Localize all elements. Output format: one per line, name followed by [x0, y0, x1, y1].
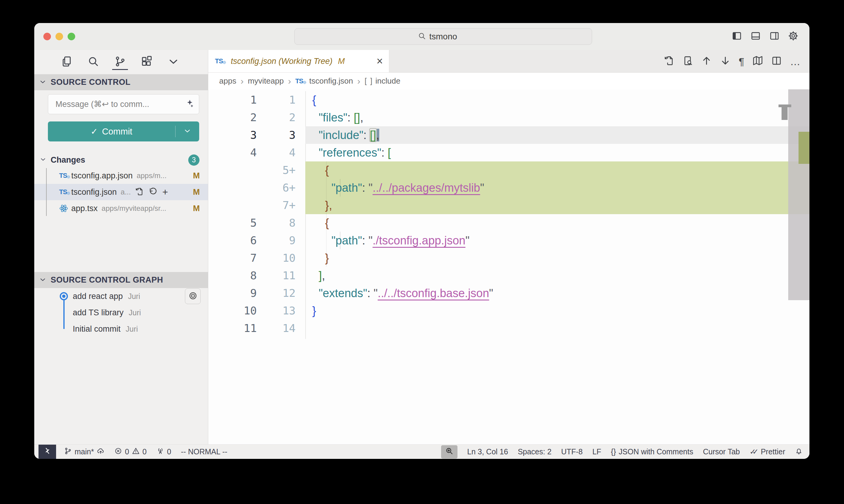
arrow-up-button[interactable] — [701, 55, 712, 67]
line-background — [305, 161, 809, 179]
commit-dropdown-button[interactable] — [175, 127, 199, 136]
commit-message: add TS library — [73, 308, 124, 318]
settings-button[interactable] — [788, 31, 798, 42]
toggle-layout-sidebar-right-button[interactable] — [769, 31, 780, 42]
close-icon[interactable]: × — [377, 56, 383, 67]
code-token: "path" — [331, 234, 362, 247]
commit-row-1[interactable]: add react appJuri — [34, 288, 208, 304]
code-text: "path": "./tsconfig.app.json" — [312, 232, 470, 249]
activity-item-extensions[interactable] — [140, 53, 153, 71]
commit-button-label: Commit — [102, 127, 133, 137]
file-row-app.tsx[interactable]: app.tsxapps/myviteapp/sr...M — [34, 200, 208, 217]
breadcrumb-item-myviteapp[interactable]: myviteapp — [248, 76, 284, 86]
line-number-original: 10 — [208, 302, 257, 320]
code-line-9: 69 "path": "./tsconfig.app.json" — [208, 232, 809, 249]
code-text: "references": [ — [312, 144, 391, 161]
split-editor-button[interactable] — [771, 55, 782, 67]
breadcrumb-item-include[interactable]: [ ]include — [365, 76, 400, 86]
commit-row-3[interactable]: Initial commitJuri — [34, 321, 208, 337]
pilcrow-button[interactable]: ¶ — [739, 56, 744, 67]
changes-section-header[interactable]: Changes 3 — [34, 152, 208, 167]
changes-file-list: TStsconfig.app.jsonapps/m...MTStsconfig.… — [34, 167, 208, 217]
code-token: : — [362, 234, 365, 247]
modified-badge: M — [193, 171, 200, 181]
traffic-lights — [44, 33, 75, 40]
status-item-zoom[interactable] — [441, 445, 458, 458]
discard-button[interactable] — [149, 187, 157, 197]
status-item-notifications[interactable] — [795, 447, 803, 457]
breadcrumb-label: tsconfig.json — [309, 76, 353, 86]
code-editor[interactable]: 11{22 "files": [],33 "include": [],44 "r… — [208, 89, 809, 444]
breadcrumb-item-tsconfig.json[interactable]: TStsconfig.json — [295, 76, 353, 86]
status-item-language-mode[interactable]: {}JSON with Comments — [611, 447, 693, 456]
activity-item-search[interactable] — [87, 53, 100, 71]
stage-button[interactable]: + — [162, 187, 168, 197]
file-path: apps/m... — [137, 172, 167, 180]
status-item-prettier[interactable]: ✓✓Prettier — [750, 447, 786, 456]
activity-bar — [34, 50, 208, 74]
status-label: main* — [74, 447, 94, 456]
status-label: 0 — [167, 447, 171, 456]
code-token: : — [381, 146, 385, 159]
search-editor-button[interactable] — [683, 55, 693, 67]
status-item-branch[interactable]: main* — [64, 447, 105, 457]
source-control-section-header[interactable]: SOURCE CONTROL — [34, 74, 208, 90]
search-input[interactable] — [429, 32, 469, 41]
minimize-window-button[interactable] — [55, 33, 63, 40]
close-window-button[interactable] — [44, 33, 51, 40]
status-item-problems[interactable]: 00 — [114, 447, 147, 457]
commit-row-2[interactable]: add TS libraryJuri — [34, 304, 208, 321]
zoom-window-button[interactable] — [68, 33, 75, 40]
source-control-graph-header[interactable]: SOURCE CONTROL GRAPH — [34, 272, 208, 288]
line-number-original — [208, 197, 257, 214]
goto-head-button[interactable] — [185, 288, 201, 304]
line-background — [305, 320, 809, 337]
file-actions: + — [135, 187, 168, 197]
file-row-tsconfig.json[interactable]: TStsconfig.jsona...+M — [34, 184, 208, 200]
status-bar: main*000-- NORMAL -- Ln 3, Col 16Spaces:… — [34, 444, 809, 459]
commit-button[interactable]: ✓ Commit — [48, 127, 175, 137]
more-icon: … — [790, 56, 800, 67]
line-background — [305, 214, 809, 232]
code-token: " — [489, 287, 493, 300]
status-item-encoding[interactable]: UTF-8 — [561, 447, 583, 456]
chevron-down-icon — [40, 156, 46, 164]
code-token — [384, 146, 388, 159]
status-item-indentation[interactable]: Spaces: 2 — [518, 447, 551, 456]
status-item-cursor-position[interactable]: Ln 3, Col 16 — [467, 447, 508, 456]
arrow-down-button[interactable] — [720, 55, 730, 67]
code-token: " — [368, 234, 373, 247]
status-item-vim-mode[interactable]: -- NORMAL -- — [181, 447, 227, 456]
command-center-search[interactable] — [294, 28, 592, 45]
status-item-ports[interactable]: 0 — [156, 447, 171, 457]
commit-message-input[interactable] — [55, 100, 184, 109]
commit-message-box — [48, 94, 199, 114]
file-name: tsconfig.json — [71, 187, 117, 197]
search-editor-icon — [683, 62, 693, 67]
more-button[interactable]: … — [790, 56, 800, 67]
activity-item-explorer[interactable] — [60, 53, 73, 71]
toggle-layout-panel-button[interactable] — [750, 31, 761, 42]
activity-item-more[interactable] — [167, 53, 180, 71]
breadcrumb-item-apps[interactable]: apps — [219, 76, 236, 86]
open-file-button[interactable] — [135, 187, 144, 197]
code-text: ], — [312, 267, 325, 284]
status-label: Ln 3, Col 16 — [467, 447, 508, 456]
sparkle-icon[interactable] — [184, 99, 194, 110]
status-label: LF — [592, 447, 601, 456]
file-row-tsconfig.app.json[interactable]: TStsconfig.app.jsonapps/m...M — [34, 167, 208, 184]
code-token: : — [367, 287, 371, 300]
changes-label: Changes — [51, 156, 85, 165]
activity-item-source-control[interactable] — [114, 53, 127, 71]
status-item-eol[interactable]: LF — [592, 447, 601, 456]
status-item-cursor-tab[interactable]: Cursor Tab — [703, 447, 740, 456]
vertical-scrollbar[interactable] — [788, 89, 809, 300]
tab-tsconfig-working-tree[interactable]: TS tsconfig.json (Working Tree) M × — [208, 50, 389, 72]
line-number-modified: 1 — [257, 91, 296, 109]
discard-icon — [149, 192, 157, 197]
open-file-button[interactable] — [664, 55, 674, 67]
map-button[interactable] — [753, 55, 763, 67]
code-token: , — [360, 111, 363, 124]
toggle-layout-sidebar-left-button[interactable] — [731, 31, 742, 42]
remote-indicator[interactable] — [38, 445, 56, 459]
